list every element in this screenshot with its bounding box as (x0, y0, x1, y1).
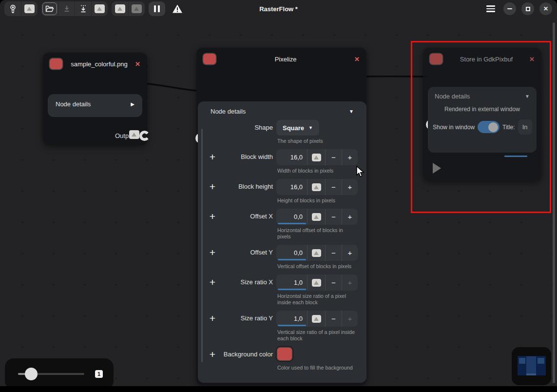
decrement-icon[interactable]: − (325, 179, 342, 195)
play-icon[interactable] (433, 163, 441, 174)
download-icon[interactable] (58, 1, 75, 16)
close-node-icon[interactable]: ✕ (529, 56, 535, 63)
decrement-icon[interactable]: − (325, 274, 342, 291)
minimap[interactable] (512, 347, 551, 385)
show-in-window-row: Show in window Title: (428, 113, 537, 135)
increment-icon[interactable]: + (342, 179, 358, 195)
minimap-node-store (538, 358, 544, 364)
add-binding-icon[interactable]: + (210, 151, 215, 163)
broken-image-icon[interactable] (21, 1, 38, 16)
broken-image-icon[interactable] (307, 179, 325, 195)
output-port[interactable] (139, 131, 150, 141)
spin-value[interactable]: 1,0 (276, 311, 307, 327)
close-node-icon[interactable]: ✕ (135, 60, 140, 68)
increment-icon-disabled[interactable]: + (342, 311, 358, 327)
rendered-in-window-text: Rendered in external window (428, 106, 537, 113)
toggle-knob (488, 122, 498, 132)
node-pixelize[interactable]: Pixelize ✕ Output Input Node details ▼ S… (196, 48, 366, 385)
details-header[interactable]: Node details ▼ (428, 87, 537, 103)
broken-image-glyph (312, 249, 321, 257)
broken-image-icon[interactable] (307, 245, 325, 261)
broken-image-icon[interactable] (307, 274, 325, 291)
broken-image-icon-disabled[interactable] (128, 1, 145, 16)
increment-icon[interactable]: + (342, 209, 358, 225)
spin-value[interactable]: 16,0 (276, 179, 307, 195)
import-icon[interactable] (75, 1, 91, 16)
title-input[interactable] (518, 119, 532, 135)
broken-image-icon[interactable] (91, 1, 108, 16)
add-binding-icon[interactable]: + (210, 313, 215, 324)
warning-icon[interactable] (169, 1, 186, 16)
broken-image-icon[interactable] (307, 209, 325, 225)
show-in-window-toggle[interactable] (478, 121, 499, 133)
zoom-slider[interactable] (18, 368, 84, 380)
shape-dropdown[interactable]: Square ▼ (276, 120, 319, 136)
param-label: Block width (221, 149, 273, 161)
titlebar: RasterFlow * (0, 0, 557, 18)
param-row-offset-y: + Offset Y 0,0 − + Vertical offset of bl… (204, 245, 362, 270)
node-details-expander[interactable]: Node details ▶ (48, 94, 142, 117)
lamp-icon[interactable] (4, 1, 21, 16)
decrement-icon[interactable]: − (325, 311, 342, 327)
decrement-icon[interactable]: − (325, 149, 342, 165)
param-row-size-ratio-x: + Size ratio X 1,0 − + Horizontal size r… (204, 274, 362, 306)
add-binding-icon[interactable]: + (210, 247, 215, 258)
image-preview-swatch[interactable] (202, 53, 217, 65)
broken-image-glyph (95, 4, 105, 13)
node-store-gdkpixbuf[interactable]: Store in GdkPixbuf ✕ Input Node details … (423, 48, 541, 181)
param-row-block-height: + Block height 16,0 − + Height of blocks… (204, 179, 362, 204)
param-caption: Vertical offset of blocks in pixels (276, 263, 358, 270)
vertical-scrollbar[interactable] (553, 22, 555, 383)
spinbutton: 0,0 − + (276, 209, 358, 225)
param-caption: Horizontal size ratio of a pixel inside … (276, 293, 358, 306)
open-folder-icon[interactable] (41, 1, 58, 16)
spin-value[interactable]: 0,0 (276, 209, 307, 225)
node-title: Store in GdkPixbuf (443, 56, 529, 63)
decrement-icon[interactable]: − (325, 209, 342, 225)
broken-image-icon[interactable] (307, 311, 325, 327)
menu-icon[interactable] (483, 2, 498, 15)
param-label: Offset X (221, 209, 273, 220)
spinbutton: 1,0 − + (276, 274, 358, 291)
image-preview-swatch[interactable] (429, 53, 443, 65)
spin-value[interactable]: 0,0 (276, 245, 307, 261)
increment-icon[interactable]: + (342, 149, 358, 165)
param-row-block-width: + Block width 16,0 − + Width of blocks i… (204, 149, 362, 174)
details-scrollbar[interactable] (201, 129, 203, 362)
zoom-level-badge: 1 (95, 370, 103, 378)
node-title: Pixelize (217, 56, 354, 63)
maximize-icon (526, 7, 530, 11)
broken-image-glyph (312, 183, 321, 191)
node-details-expander: Node details ▼ Rendered in external wind… (428, 87, 537, 153)
node-header: Store in GdkPixbuf ✕ (423, 48, 541, 68)
broken-image-icon[interactable] (307, 149, 325, 165)
chevron-down-icon: ▼ (525, 94, 530, 99)
minimap-node-source (519, 358, 525, 364)
add-binding-icon[interactable]: + (210, 211, 215, 222)
add-binding-icon[interactable]: + (210, 276, 215, 288)
increment-icon[interactable]: + (342, 245, 358, 261)
details-label: Node details (435, 93, 470, 100)
details-header[interactable]: Node details ▼ (203, 101, 362, 120)
spin-value[interactable]: 1,0 (276, 274, 307, 291)
chevron-down-icon: ▼ (308, 125, 313, 130)
details-label: Node details (211, 108, 246, 115)
maximize-button[interactable] (521, 2, 534, 15)
spinbutton: 16,0 − + (276, 179, 358, 195)
broken-image-icon[interactable] (112, 1, 128, 16)
close-button[interactable]: ✕ (539, 2, 552, 15)
param-caption: Horizontal offset of blocks in pixels (276, 227, 358, 240)
add-binding-icon[interactable]: + (210, 349, 215, 360)
add-binding-icon[interactable]: + (210, 181, 215, 193)
image-preview-swatch[interactable] (49, 58, 63, 70)
node-source-image[interactable]: sample_colorful.png ✕ Output Node detail… (43, 53, 147, 145)
pause-icon[interactable] (149, 1, 165, 16)
decrement-icon[interactable]: − (325, 245, 342, 261)
title-label: Title: (502, 124, 515, 131)
background-color-swatch[interactable] (276, 347, 293, 361)
close-node-icon[interactable]: ✕ (354, 56, 360, 63)
increment-icon-disabled[interactable]: + (342, 274, 358, 291)
minimize-button[interactable] (503, 2, 516, 15)
spin-value[interactable]: 16,0 (276, 149, 307, 165)
slider-knob[interactable] (25, 368, 38, 380)
